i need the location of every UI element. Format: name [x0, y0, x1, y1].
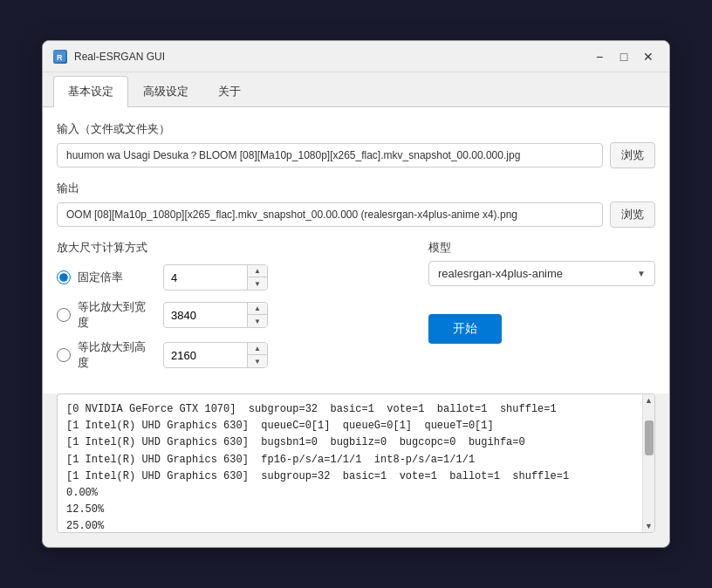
tab-bar: 基本设定 高级设定 关于: [43, 72, 669, 107]
main-window: R Real-ESRGAN GUI − □ ✕ 基本设定 高级设定 关于 输入（…: [42, 40, 670, 548]
scale-fixed-label: 固定倍率: [78, 270, 156, 285]
scale-fixed-down[interactable]: ▼: [248, 277, 267, 290]
start-button[interactable]: 开始: [428, 314, 502, 344]
scale-fixed-arrows: ▲ ▼: [247, 265, 267, 290]
input-browse-button[interactable]: 浏览: [610, 142, 655, 168]
scale-height-row: 等比放大到高度 2160 ▲ ▼: [57, 339, 411, 371]
scale-width-value[interactable]: 3840: [164, 304, 247, 326]
options-row: 放大尺寸计算方式 固定倍率 4 ▲ ▼ 等比放: [57, 240, 655, 379]
scale-height-down[interactable]: ▼: [248, 355, 267, 367]
tab-about[interactable]: 关于: [203, 76, 256, 106]
log-line: [1 Intel(R) UHD Graphics 630] queueC=0[1…: [66, 418, 633, 434]
scale-fixed-value[interactable]: 4: [164, 267, 247, 289]
app-icon: R: [53, 50, 67, 64]
tab-basic[interactable]: 基本设定: [53, 76, 128, 107]
log-line: 12.50%: [66, 502, 633, 518]
log-line: [1 Intel(R) UHD Graphics 630] fp16-p/s/a…: [66, 452, 633, 468]
maximize-button[interactable]: □: [613, 46, 634, 67]
input-row: 浏览: [57, 142, 655, 168]
close-button[interactable]: ✕: [638, 46, 659, 67]
scale-fixed-spinner: 4 ▲ ▼: [163, 264, 268, 291]
model-selected-value: realesrgan-x4plus-anime: [438, 267, 637, 280]
title-bar: R Real-ESRGAN GUI − □ ✕: [43, 41, 669, 72]
log-line: [1 Intel(R) UHD Graphics 630] bugsbn1=0 …: [66, 434, 633, 451]
window-title: Real-ESRGAN GUI: [74, 51, 589, 63]
log-line: 0.00%: [66, 485, 633, 502]
scale-width-row: 等比放大到宽度 3840 ▲ ▼: [57, 299, 411, 331]
chevron-down-icon: ▼: [637, 269, 646, 278]
scroll-up-arrow[interactable]: ▲: [643, 394, 655, 407]
scale-width-label: 等比放大到宽度: [78, 299, 156, 331]
output-browse-button[interactable]: 浏览: [610, 202, 655, 228]
scale-fixed-up[interactable]: ▲: [248, 265, 267, 277]
scale-width-up[interactable]: ▲: [248, 303, 267, 315]
model-dropdown[interactable]: realesrgan-x4plus-anime ▼: [428, 261, 655, 286]
scroll-thumb[interactable]: [645, 420, 654, 455]
scale-height-arrows: ▲ ▼: [247, 343, 267, 367]
log-line: 25.00%: [66, 518, 633, 532]
log-line: [0 NVIDIA GeForce GTX 1070] subgroup=32 …: [66, 401, 633, 418]
input-label: 输入（文件或文件夹）: [57, 121, 655, 137]
tab-advanced[interactable]: 高级设定: [128, 76, 203, 106]
scale-width-radio[interactable]: [57, 308, 71, 322]
scale-height-label: 等比放大到高度: [78, 339, 156, 371]
scroll-down-arrow[interactable]: ▼: [643, 520, 655, 532]
scale-width-arrows: ▲ ▼: [247, 303, 267, 327]
scale-label: 放大尺寸计算方式: [57, 240, 411, 256]
output-row: 浏览: [57, 202, 655, 228]
scale-height-up[interactable]: ▲: [248, 343, 267, 355]
scale-width-spinner: 3840 ▲ ▼: [163, 302, 268, 328]
log-line: [1 Intel(R) UHD Graphics 630] subgroup=3…: [66, 468, 633, 485]
output-field[interactable]: [57, 202, 603, 227]
output-label: 输出: [57, 181, 655, 196]
log-scrollbar: ▲ ▼: [642, 394, 654, 532]
model-section: 模型 realesrgan-x4plus-anime ▼ 开始: [428, 240, 655, 379]
model-label: 模型: [428, 240, 655, 256]
scale-height-radio[interactable]: [57, 348, 71, 362]
scale-height-value[interactable]: 2160: [164, 345, 247, 366]
scale-fixed-radio[interactable]: [57, 270, 71, 284]
scale-height-spinner: 2160 ▲ ▼: [163, 342, 268, 368]
main-content: 输入（文件或文件夹） 浏览 输出 浏览 放大尺寸计算方式 固定倍率 4: [43, 107, 669, 393]
scale-fixed-row: 固定倍率 4 ▲ ▼: [57, 264, 411, 291]
minimize-button[interactable]: −: [589, 46, 610, 67]
scale-section: 放大尺寸计算方式 固定倍率 4 ▲ ▼ 等比放: [57, 240, 411, 379]
window-controls: − □ ✕: [589, 46, 659, 67]
scale-width-down[interactable]: ▼: [248, 315, 267, 327]
log-content[interactable]: [0 NVIDIA GeForce GTX 1070] subgroup=32 …: [58, 394, 642, 532]
svg-text:R: R: [57, 53, 63, 62]
input-field[interactable]: [57, 143, 603, 168]
log-area: [0 NVIDIA GeForce GTX 1070] subgroup=32 …: [57, 393, 655, 533]
